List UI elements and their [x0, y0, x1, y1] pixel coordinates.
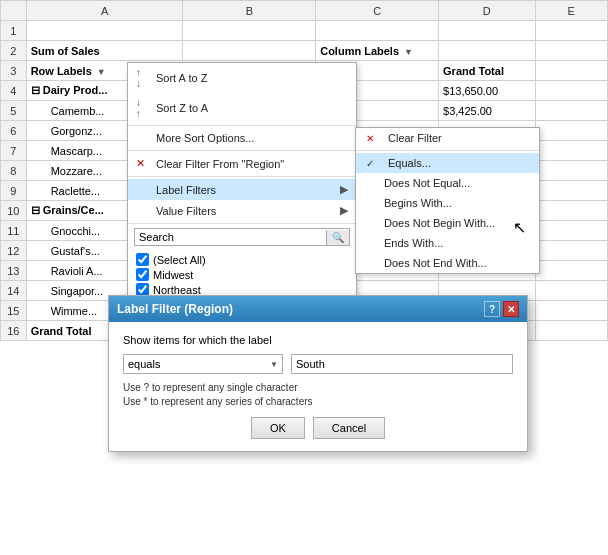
cell-d3: Grand Total: [439, 61, 536, 81]
submenu-does-not-end-with[interactable]: Does Not End With...: [356, 253, 539, 273]
cell-d5: $3,425.00: [439, 101, 536, 121]
more-sort-item[interactable]: More Sort Options...: [128, 128, 356, 148]
cell-d1: [439, 21, 536, 41]
search-button[interactable]: 🔍: [326, 230, 349, 245]
dialog-filter-row: equals does not equal begins with does n…: [123, 354, 513, 374]
check-northeast-label: Northeast: [153, 284, 201, 296]
label-filters-submenu[interactable]: ✕ Clear Filter ✓ Equals... Does Not Equa…: [355, 127, 540, 274]
submenu-does-not-end-with-label: Does Not End With...: [384, 257, 487, 269]
dialog-body: Show items for which the label equals do…: [109, 322, 527, 451]
cell-b2: [183, 41, 316, 61]
check-select-all[interactable]: (Select All): [136, 252, 348, 267]
clear-filter-label: Clear Filter From "Region": [156, 158, 284, 170]
submenu-ends-with[interactable]: Ends With...: [356, 233, 539, 253]
cell-e11: [535, 221, 607, 241]
dialog-show-label: Show items for which the label: [123, 334, 513, 346]
submenu-does-not-begin-with[interactable]: Does Not Begin With...: [356, 213, 539, 233]
label-filters-item[interactable]: Label Filters ▶: [128, 179, 356, 200]
row-num: 12: [1, 241, 27, 261]
cell-d2: [439, 41, 536, 61]
col-header-e: E: [535, 1, 607, 21]
row-num: 8: [1, 161, 27, 181]
cell-c1: [316, 21, 439, 41]
col-header-a: A: [26, 1, 183, 21]
cell-e14: [535, 281, 607, 301]
value-filters-arrow: ▶: [340, 204, 348, 217]
submenu-equals[interactable]: ✓ Equals...: [356, 153, 539, 173]
col-header-b: B: [183, 1, 316, 21]
cell-e9: [535, 181, 607, 201]
label-filters-arrow: ▶: [340, 183, 348, 196]
row-num: 16: [1, 321, 27, 341]
submenu-ends-with-label: Ends With...: [384, 237, 443, 249]
clear-filter-sm-icon: ✕: [366, 133, 384, 144]
value-filters-item[interactable]: Value Filters ▶: [128, 200, 356, 221]
row-num: 2: [1, 41, 27, 61]
row-num: 9: [1, 181, 27, 201]
checkbox-select-all[interactable]: [136, 253, 149, 266]
dialog-close-button[interactable]: ✕: [503, 301, 519, 317]
cell-b1: [183, 21, 316, 41]
cell-e7: [535, 141, 607, 161]
submenu-begins-with[interactable]: Begins With...: [356, 193, 539, 213]
sort-filter-dropdown[interactable]: ↑↓ Sort A to Z ↓↑ Sort Z to A More Sort …: [127, 62, 357, 330]
submenu-does-not-equal[interactable]: Does Not Equal...: [356, 173, 539, 193]
cell-d4: $13,650.00: [439, 81, 536, 101]
dialog-ok-button[interactable]: OK: [251, 417, 305, 439]
search-input[interactable]: [135, 229, 326, 245]
row-num: 1: [1, 21, 27, 41]
dialog-footer: OK Cancel: [123, 417, 513, 439]
cell-a1: [26, 21, 183, 41]
dialog-help-button[interactable]: ?: [484, 301, 500, 317]
label-filter-dialog: Label Filter (Region) ? ✕ Show items for…: [108, 295, 528, 452]
submenu-begins-with-label: Begins With...: [384, 197, 452, 209]
dialog-titlebar: Label Filter (Region) ? ✕: [109, 296, 527, 322]
dialog-hint-2: Use * to represent any series of charact…: [123, 396, 513, 407]
submenu-divider: [356, 150, 539, 151]
search-box[interactable]: 🔍: [134, 228, 350, 246]
checkbox-midwest[interactable]: [136, 268, 149, 281]
value-filters-label: Value Filters: [156, 205, 216, 217]
cell-e13: [535, 261, 607, 281]
submenu-does-not-equal-label: Does Not Equal...: [384, 177, 470, 189]
label-filters-label: Label Filters: [156, 184, 216, 196]
more-sort-label: More Sort Options...: [156, 132, 254, 144]
submenu-clear-filter-label: Clear Filter: [388, 132, 442, 144]
table-row: 2 Sum of Sales Column Labels ▼: [1, 41, 608, 61]
sort-za-icon: ↓↑: [136, 97, 152, 119]
clear-filter-item[interactable]: ✕ Clear Filter From "Region": [128, 153, 356, 174]
cell-e16: [535, 321, 607, 341]
row-num: 7: [1, 141, 27, 161]
cell-a2: Sum of Sales: [26, 41, 183, 61]
check-icon: ✓: [366, 158, 384, 169]
cell-e6: [535, 121, 607, 141]
cell-e4: [535, 81, 607, 101]
menu-divider-3: [128, 176, 356, 177]
submenu-does-not-begin-with-label: Does Not Begin With...: [384, 217, 495, 229]
dialog-title: Label Filter (Region): [117, 302, 481, 316]
row-num: 3: [1, 61, 27, 81]
sort-az-icon: ↑↓: [136, 67, 152, 89]
row-num: 10: [1, 201, 27, 221]
menu-divider-4: [128, 223, 356, 224]
dialog-cancel-button[interactable]: Cancel: [313, 417, 385, 439]
submenu-clear-filter[interactable]: ✕ Clear Filter: [356, 128, 539, 148]
check-midwest[interactable]: Midwest: [136, 267, 348, 282]
row-num: 15: [1, 301, 27, 321]
cell-e12: [535, 241, 607, 261]
sort-za-item[interactable]: ↓↑ Sort Z to A: [128, 93, 356, 123]
filter-value-input[interactable]: [291, 354, 513, 374]
submenu-equals-label: Equals...: [388, 157, 431, 169]
operator-select[interactable]: equals does not equal begins with does n…: [123, 354, 283, 374]
sort-az-label: Sort A to Z: [156, 72, 207, 84]
row-num: 11: [1, 221, 27, 241]
sort-az-item[interactable]: ↑↓ Sort A to Z: [128, 63, 356, 93]
check-midwest-label: Midwest: [153, 269, 193, 281]
table-row: 1: [1, 21, 608, 41]
row-num: 14: [1, 281, 27, 301]
sort-za-label: Sort Z to A: [156, 102, 208, 114]
cell-e2: [535, 41, 607, 61]
cell-c2: Column Labels ▼: [316, 41, 439, 61]
cell-e8: [535, 161, 607, 181]
spreadsheet: A B C D E 1 2 Sum of Sales Column Labels…: [0, 0, 608, 555]
